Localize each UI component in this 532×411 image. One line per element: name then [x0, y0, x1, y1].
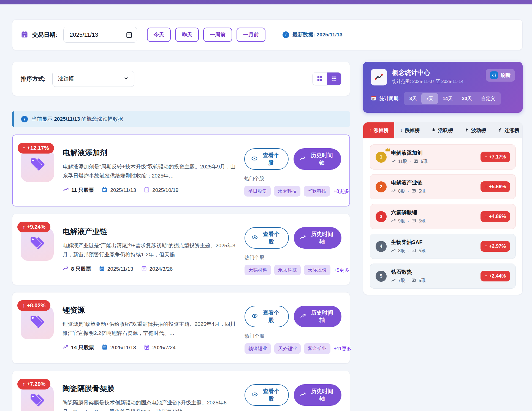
more-stocks-link[interactable]: +5更多: [334, 267, 349, 273]
up-arrow-icon: ↑: [485, 184, 487, 190]
period-3d[interactable]: 3天: [405, 93, 421, 104]
create-date: 2025/7/24: [152, 345, 176, 351]
stats-chart-icon: [371, 69, 387, 85]
rank-number: 2: [376, 181, 387, 192]
change-badge: ↑+8.02%: [17, 300, 50, 311]
ranking-tabs: ↑ 涨幅榜 ↓ 跌幅榜 活跃榜 波动榜: [363, 122, 522, 138]
sort-selected-value: 涨跌幅: [58, 75, 74, 82]
current-view-banner: i 当前显示 2025/11/13 的概念涨跌幅数据: [12, 111, 350, 127]
chart-line-icon: [300, 391, 306, 399]
view-stocks-button[interactable]: 查看个股: [245, 306, 289, 327]
rank-concept-name: 六氟磷酸锂: [391, 209, 476, 216]
rank-stock-count: 8股: [398, 189, 405, 194]
calendar-purple-icon: [141, 265, 147, 273]
date-picker-icon[interactable]: [126, 31, 133, 39]
rank-number: 3: [376, 211, 387, 222]
one-month-ago-button[interactable]: 一月前: [237, 28, 265, 42]
concept-description: 电解液添加剂是“周期反转+技术升级”双轮驱动的投资主题。2025年9月，山东孚日…: [63, 162, 236, 181]
rank-news-count: 5讯: [419, 278, 425, 284]
period-custom[interactable]: 自定义: [476, 93, 500, 104]
period-7d[interactable]: 7天: [421, 93, 438, 104]
dot-separator: ·: [408, 189, 409, 194]
news-icon: [411, 218, 416, 224]
stock-tag[interactable]: 赣锋锂业: [245, 343, 271, 354]
chart-line-icon: [391, 278, 396, 284]
eye-icon: [252, 234, 258, 242]
concept-title: 锂资源: [63, 305, 236, 315]
history-timeline-button[interactable]: 历史时间轴: [294, 227, 341, 249]
concept-card[interactable]: ↑+8.02% 锂资源 锂资源是“政策驱动+供给收缩”双重逻辑共振的投资主题。2…: [12, 292, 350, 364]
view-stocks-button[interactable]: 查看个股: [245, 227, 289, 249]
stats-title: 概念统计中心: [392, 69, 463, 77]
concept-card[interactable]: ↑+9.24% 电解液产业链 电解液产业链是“产能出清尾声+需求复苏初期”的拐点…: [12, 214, 350, 285]
more-stocks-link[interactable]: +8更多: [333, 188, 349, 195]
calendar-blue-icon: [102, 187, 108, 194]
ranking-item[interactable]: 5 钻石散热 7股 · 5讯: [370, 264, 516, 289]
rank-stock-count: 9股: [398, 218, 405, 224]
concept-icon-block: [21, 306, 54, 339]
up-arrow-icon: ↑: [22, 302, 25, 309]
sort-select[interactable]: 涨跌幅: [52, 71, 134, 87]
stock-tag[interactable]: 天赐材料: [245, 265, 271, 275]
history-timeline-button[interactable]: 历史时间轴: [294, 306, 341, 327]
tab-gainers[interactable]: ↑ 涨幅榜: [363, 122, 394, 138]
rank-number: 5: [376, 271, 387, 282]
chart-line-icon: [300, 313, 306, 320]
stock-tag[interactable]: 天齐锂业: [274, 343, 301, 354]
stock-tag[interactable]: 华软科技: [304, 186, 330, 197]
ranking-list: 1 电解液添加剂 11股 · 5讯: [363, 138, 522, 295]
tab-losers[interactable]: ↓ 跌幅榜: [394, 122, 425, 138]
ranking-item[interactable]: 3 六氟磷酸锂 9股 · 5讯: [370, 204, 516, 229]
list-view-button[interactable]: [327, 72, 341, 85]
yesterday-button[interactable]: 昨天: [175, 28, 199, 42]
calendar-small-icon: [371, 95, 377, 102]
eye-icon: [252, 391, 258, 399]
history-timeline-button[interactable]: 历史时间轴: [294, 148, 341, 170]
tab-streak[interactable]: 连涨榜: [492, 122, 523, 138]
tab-active[interactable]: 活跃榜: [425, 122, 459, 138]
change-badge: ↑+12.17%: [18, 143, 54, 154]
stock-tag[interactable]: 天际股份: [304, 265, 330, 275]
more-stocks-link[interactable]: +11更多: [334, 345, 352, 352]
calendar-blue-icon: [99, 265, 105, 273]
view-stocks-button[interactable]: 查看个股: [244, 148, 289, 170]
view-stocks-button[interactable]: 查看个股: [245, 384, 289, 406]
concept-title: 电解液产业链: [63, 227, 236, 237]
change-badge: ↑+7.29%: [17, 379, 50, 389]
grid-icon: [317, 76, 323, 82]
ranking-item[interactable]: 4 生物柴油SAF 8股 · 5讯: [370, 234, 516, 259]
concept-card[interactable]: ↑+12.17% 电解液添加剂 电解液添加剂是“周期反转+技术升级”双轮驱动的投…: [12, 135, 350, 206]
refresh-button[interactable]: 刷新: [486, 69, 515, 82]
ranking-item[interactable]: 2 电解液产业链 8股 · 5讯: [370, 174, 516, 199]
ranking-item[interactable]: 1 电解液添加剂 11股 · 5讯: [370, 144, 516, 170]
view-toggle: [312, 72, 341, 85]
stock-tag[interactable]: 紫金矿业: [304, 343, 330, 354]
period-30d[interactable]: 30天: [457, 93, 477, 104]
list-icon: [331, 76, 337, 82]
concept-title: 陶瓷隔膜骨架膜: [63, 384, 236, 394]
concept-title: 电解液添加剂: [63, 148, 236, 158]
concept-meta: 11 只股票 2025/11/13 2025/10/19: [63, 187, 236, 194]
stock-tag[interactable]: 永太科技: [274, 186, 300, 197]
dot-separator: ·: [408, 219, 409, 224]
concept-card[interactable]: ↑+7.29% 陶瓷隔膜骨架膜 陶瓷隔膜骨架膜是技术创新驱动的固态电池产业链β升…: [12, 371, 350, 411]
chart-line-icon: [391, 248, 396, 254]
calendar-icon: [21, 30, 28, 39]
info-icon: i: [21, 116, 28, 122]
today-button[interactable]: 今天: [147, 28, 171, 42]
one-week-ago-button[interactable]: 一周前: [203, 28, 232, 42]
rank-news-count: 5讯: [419, 248, 425, 254]
grid-view-button[interactable]: [313, 72, 327, 85]
change-badge: ↑+9.24%: [17, 222, 50, 232]
history-timeline-button[interactable]: 历史时间轴: [294, 384, 341, 406]
stock-tag[interactable]: 永太科技: [274, 265, 301, 275]
tab-volatility[interactable]: 波动榜: [459, 122, 492, 138]
rank-news-count: 5讯: [419, 189, 425, 194]
news-icon: [411, 189, 416, 194]
stock-tag[interactable]: 孚日股份: [244, 186, 271, 197]
up-arrow-icon: ↑: [23, 145, 25, 151]
eye-icon: [251, 155, 257, 163]
rank-change-badge: ↑+5.66%: [481, 181, 510, 192]
concept-icon-block: [21, 149, 54, 182]
period-14d[interactable]: 14天: [438, 93, 457, 104]
